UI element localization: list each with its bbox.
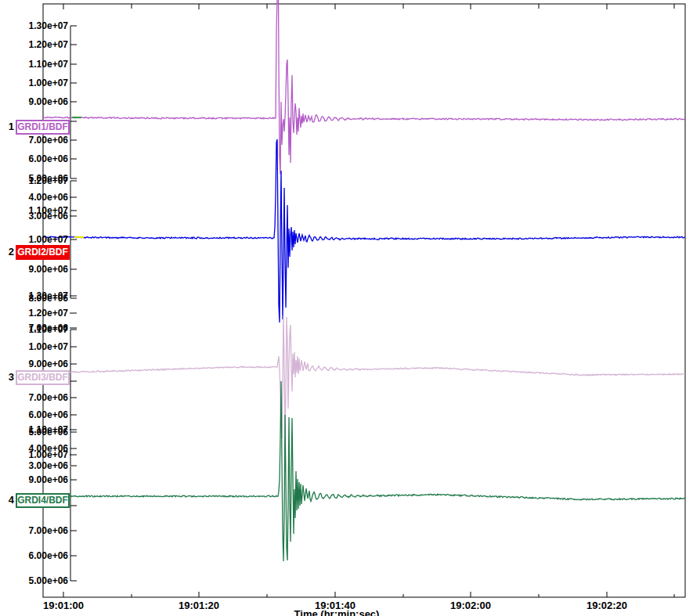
y-tick-label: 1.30e+07 [29,290,68,301]
labels-layer: 19:01:0019:01:2019:01:4019:02:0019:02:20… [0,0,693,616]
channel-label-grdi4-bdf[interactable]: GRDI4/BDF [16,493,70,508]
channel-number: 1 [5,121,14,133]
channel-label-grdi1-bdf[interactable]: GRDI1/BDF [16,120,70,135]
y-tick-label: 9.00e+06 [29,264,68,275]
channel-number: 3 [5,371,14,384]
y-tick-label: 7.00e+06 [29,135,68,146]
y-tick-label: 1.10e+07 [29,424,68,435]
x-tick-label: 19:02:00 [435,600,506,611]
y-tick-label: 6.00e+06 [29,153,68,164]
y-tick-label: 1.20e+07 [29,308,68,319]
y-tick-label: 6.00e+06 [29,409,68,420]
y-tick-label: 7.00e+06 [29,525,68,536]
y-tick-label: 1.10e+07 [29,59,68,70]
y-tick-label: 1.20e+07 [29,39,68,50]
y-tick-label: 1.10e+07 [29,205,68,216]
x-tick-label: 19:01:20 [164,600,234,611]
y-tick-label: 9.00e+06 [29,474,68,485]
y-tick-label: 1.20e+07 [29,175,68,186]
channel-number: 2 [5,246,14,258]
y-tick-label: 1.00e+07 [29,77,68,88]
y-tick-label: 1.00e+07 [29,449,68,460]
x-tick-label: 19:01:00 [28,600,99,611]
y-tick-label: 1.30e+07 [29,20,68,31]
y-tick-label: 4.00e+06 [29,192,68,203]
y-tick-label: 9.00e+06 [29,358,68,369]
x-tick-label: 19:02:20 [572,600,642,611]
channel-label-grdi3-bdf[interactable]: GRDI3/BDF [16,370,70,385]
y-tick-label: 1.00e+07 [29,341,68,352]
y-tick-label: 6.00e+06 [29,550,68,561]
y-tick-label: 9.00e+06 [29,96,68,107]
y-tick-label: 1.10e+07 [29,324,68,335]
y-tick-label: 1.00e+07 [29,234,68,245]
waveform-viewer: 19:01:0019:01:2019:01:4019:02:0019:02:20… [0,0,693,616]
channel-number: 4 [5,494,14,506]
x-axis-title: Time (hr:min:sec) [258,608,415,616]
y-tick-label: 3.00e+06 [29,460,68,471]
y-tick-label: 5.00e+06 [29,575,68,586]
y-tick-label: 7.00e+06 [29,392,68,403]
channel-label-grdi2-bdf[interactable]: GRDI2/BDF [16,245,70,260]
